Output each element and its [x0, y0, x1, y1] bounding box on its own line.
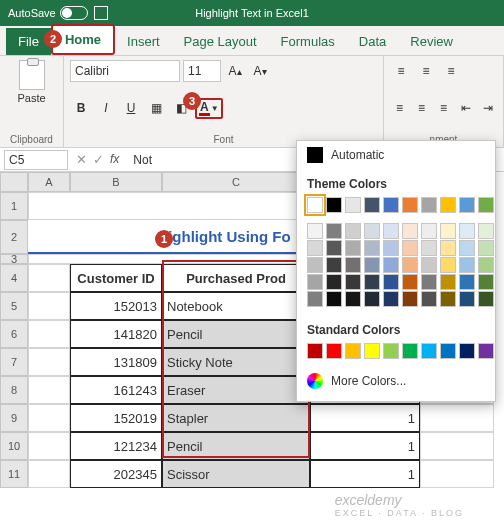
color-swatch[interactable]	[459, 291, 475, 307]
cell[interactable]	[28, 320, 70, 348]
cell[interactable]: 152013	[70, 292, 162, 320]
header-cell[interactable]: Customer ID	[70, 264, 162, 292]
cell[interactable]: 152019	[70, 404, 162, 432]
color-swatch[interactable]	[459, 274, 475, 290]
align-top-icon[interactable]: ≡	[390, 60, 412, 82]
cell[interactable]: 202345	[70, 460, 162, 488]
color-swatch[interactable]	[402, 240, 418, 256]
color-swatch[interactable]	[345, 240, 361, 256]
col-header[interactable]: B	[70, 172, 162, 192]
decrease-font-icon[interactable]: A▾	[249, 60, 271, 82]
color-swatch[interactable]	[383, 291, 399, 307]
tab-insert[interactable]: Insert	[115, 28, 172, 55]
cell[interactable]	[420, 460, 494, 488]
color-swatch[interactable]	[478, 343, 494, 359]
cell[interactable]: 1	[310, 432, 420, 460]
cell[interactable]: 1	[310, 404, 420, 432]
col-header[interactable]: A	[28, 172, 70, 192]
increase-font-icon[interactable]: A▴	[224, 60, 246, 82]
increase-indent-icon[interactable]: ⇥	[478, 97, 497, 119]
cell[interactable]: 141820	[70, 320, 162, 348]
color-swatch[interactable]	[478, 197, 494, 213]
color-swatch[interactable]	[402, 257, 418, 273]
cell[interactable]: 121234	[70, 432, 162, 460]
color-swatch[interactable]	[383, 223, 399, 239]
align-center-icon[interactable]: ≡	[412, 97, 431, 119]
align-right-icon[interactable]: ≡	[434, 97, 453, 119]
color-swatch[interactable]	[326, 223, 342, 239]
color-swatch[interactable]	[440, 240, 456, 256]
row-header[interactable]: 6	[0, 320, 28, 348]
color-swatch[interactable]	[459, 240, 475, 256]
color-swatch[interactable]	[307, 274, 323, 290]
font-size-combo[interactable]: 11	[183, 60, 221, 82]
color-swatch[interactable]	[383, 257, 399, 273]
underline-button[interactable]: U	[120, 97, 142, 119]
align-left-icon[interactable]: ≡	[390, 97, 409, 119]
color-swatch[interactable]	[307, 343, 323, 359]
row-header[interactable]: 3	[0, 254, 28, 264]
align-bottom-icon[interactable]: ≡	[440, 60, 462, 82]
cell[interactable]	[28, 292, 70, 320]
bold-button[interactable]: B	[70, 97, 92, 119]
border-button[interactable]: ▦	[145, 97, 167, 119]
color-swatch[interactable]	[421, 257, 437, 273]
color-swatch[interactable]	[345, 274, 361, 290]
color-swatch[interactable]	[402, 223, 418, 239]
color-swatch[interactable]	[345, 223, 361, 239]
color-swatch[interactable]	[478, 257, 494, 273]
cell[interactable]: 161243	[70, 376, 162, 404]
color-swatch[interactable]	[326, 291, 342, 307]
color-swatch[interactable]	[307, 240, 323, 256]
color-swatch[interactable]	[440, 197, 456, 213]
color-swatch[interactable]	[440, 274, 456, 290]
cell[interactable]: Pencil	[162, 432, 310, 460]
row-header[interactable]: 1	[0, 192, 28, 220]
row-header[interactable]: 9	[0, 404, 28, 432]
decrease-indent-icon[interactable]: ⇤	[456, 97, 475, 119]
color-swatch[interactable]	[364, 291, 380, 307]
font-name-combo[interactable]: Calibri	[70, 60, 180, 82]
color-swatch[interactable]	[345, 291, 361, 307]
color-swatch[interactable]	[364, 240, 380, 256]
color-swatch[interactable]	[345, 257, 361, 273]
paste-button[interactable]: Paste	[6, 60, 57, 104]
color-swatch[interactable]	[459, 197, 475, 213]
cell[interactable]: Sticky Note	[162, 348, 310, 376]
cell[interactable]: Eraser	[162, 376, 310, 404]
header-cell[interactable]: Purchased Prod	[162, 264, 310, 292]
color-swatch[interactable]	[421, 223, 437, 239]
cell[interactable]: Notebook	[162, 292, 310, 320]
color-swatch[interactable]	[345, 197, 361, 213]
tab-formulas[interactable]: Formulas	[269, 28, 347, 55]
cell[interactable]: Pencil	[162, 320, 310, 348]
color-swatch[interactable]	[459, 343, 475, 359]
cell[interactable]	[28, 348, 70, 376]
color-swatch[interactable]	[383, 240, 399, 256]
color-swatch[interactable]	[459, 257, 475, 273]
save-icon[interactable]	[94, 6, 108, 20]
color-swatch[interactable]	[326, 257, 342, 273]
cell[interactable]: Scissor	[162, 460, 310, 488]
tab-review[interactable]: Review	[398, 28, 465, 55]
color-swatch[interactable]	[402, 343, 418, 359]
automatic-color-row[interactable]: Automatic	[297, 141, 495, 169]
cell[interactable]	[28, 376, 70, 404]
color-swatch[interactable]	[326, 343, 342, 359]
color-swatch[interactable]	[421, 274, 437, 290]
cell[interactable]: Stapler	[162, 404, 310, 432]
cell[interactable]	[28, 404, 70, 432]
cell[interactable]	[420, 432, 494, 460]
fx-icon[interactable]: fx	[110, 152, 119, 167]
color-swatch[interactable]	[478, 223, 494, 239]
color-swatch[interactable]	[307, 223, 323, 239]
align-middle-icon[interactable]: ≡	[415, 60, 437, 82]
row-header[interactable]: 2	[0, 220, 28, 254]
enter-icon[interactable]: ✓	[93, 152, 104, 167]
autosave-toggle[interactable]: AutoSave	[8, 6, 88, 20]
cell[interactable]	[420, 404, 494, 432]
cancel-icon[interactable]: ✕	[76, 152, 87, 167]
color-swatch[interactable]	[307, 257, 323, 273]
color-swatch[interactable]	[421, 291, 437, 307]
col-header[interactable]: C	[162, 172, 310, 192]
